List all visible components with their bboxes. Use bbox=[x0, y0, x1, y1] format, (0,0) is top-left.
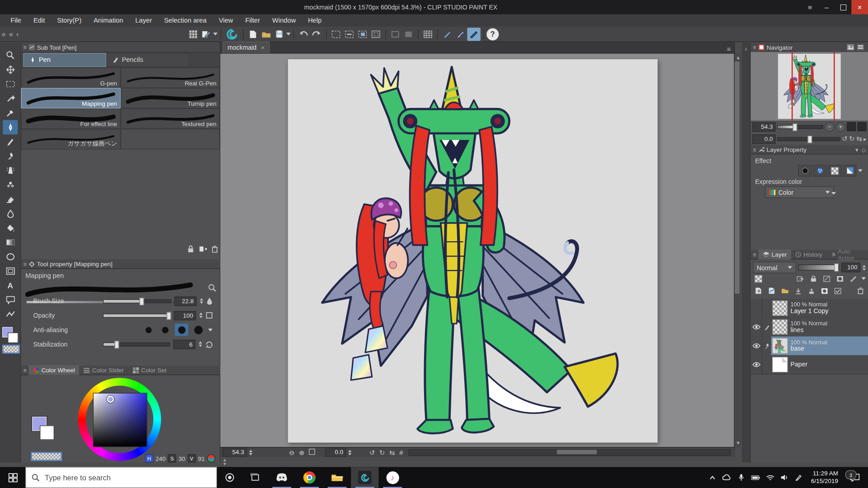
lock-icon[interactable] bbox=[187, 245, 194, 253]
panel-menu-icon[interactable]: ≡ bbox=[753, 44, 756, 50]
close-button[interactable]: × bbox=[851, 0, 868, 14]
canvas-settings-icon[interactable] bbox=[200, 28, 213, 41]
microphone-icon[interactable] bbox=[735, 467, 748, 488]
set-ruler-icon[interactable] bbox=[848, 274, 859, 283]
tool-property-header[interactable]: ≡ Tool property [Mapping pen] bbox=[21, 259, 221, 269]
layer-row[interactable]: 100 % Normallines bbox=[750, 318, 868, 337]
tab-color-set[interactable]: Color Set bbox=[128, 365, 171, 375]
subtool-item-gasagasa-pen[interactable]: ガサガサ線画ペン bbox=[21, 129, 121, 149]
tab-history[interactable]: History bbox=[791, 249, 827, 259]
canvas-viewport[interactable] bbox=[220, 54, 734, 447]
layer-color-effect-icon[interactable] bbox=[843, 165, 856, 177]
volume-icon[interactable] bbox=[778, 467, 791, 488]
pencil-tool-icon[interactable] bbox=[3, 135, 18, 149]
stabilization-value[interactable]: 6 bbox=[173, 339, 195, 349]
timeline-down-icon[interactable]: ▼ bbox=[222, 461, 227, 466]
panel-menu-icon[interactable]: ≡ bbox=[23, 261, 26, 267]
navigator-image-icon[interactable] bbox=[847, 44, 854, 50]
hidden-icons-chevron[interactable] bbox=[706, 467, 719, 488]
statusbar-rotation-spinner[interactable] bbox=[348, 448, 351, 457]
navigator-flip-icon[interactable]: ⇆ bbox=[856, 135, 862, 143]
new-subtool-icon[interactable] bbox=[199, 245, 207, 253]
brush-size-spinner[interactable] bbox=[200, 296, 203, 305]
save-icon[interactable] bbox=[273, 28, 286, 41]
invert-selection-icon[interactable] bbox=[356, 28, 369, 41]
new-file-icon[interactable] bbox=[246, 28, 259, 41]
taskbar-app-clip-studio[interactable] bbox=[351, 467, 378, 488]
anti-aliasing-middle[interactable] bbox=[175, 324, 188, 336]
navigator-zoom-slider[interactable] bbox=[777, 125, 823, 129]
preview-magnifier-icon[interactable] bbox=[208, 284, 216, 292]
subtool-item-mapping-pen[interactable]: Mapping pen bbox=[21, 88, 121, 108]
opacity-dynamics-icon[interactable] bbox=[206, 312, 213, 319]
menu-edit[interactable]: Edit bbox=[27, 15, 51, 26]
airbrush-tool-icon[interactable] bbox=[3, 163, 18, 178]
border-effect-icon[interactable] bbox=[798, 165, 811, 177]
expand-right-dock-icon[interactable]: › bbox=[742, 42, 750, 52]
effect-caret-icon[interactable] bbox=[858, 169, 863, 174]
canvas-page[interactable] bbox=[288, 59, 658, 443]
panel-menu-icon[interactable]: ≡ bbox=[753, 252, 756, 258]
layer-opacity-knob[interactable] bbox=[834, 263, 839, 272]
opacity-knob[interactable] bbox=[167, 312, 171, 319]
opacity-spinner[interactable] bbox=[199, 311, 203, 320]
snap-ruler-icon[interactable] bbox=[440, 28, 453, 41]
menu-filter[interactable]: Filter bbox=[239, 15, 266, 26]
navigator-fit-icon[interactable] bbox=[847, 122, 856, 131]
trash-icon[interactable] bbox=[212, 245, 218, 253]
rotate-left-icon[interactable]: ↺ bbox=[368, 448, 376, 456]
undo-icon[interactable] bbox=[297, 28, 310, 41]
blend-tool-icon[interactable] bbox=[3, 206, 18, 221]
menu-help[interactable]: Help bbox=[302, 15, 328, 26]
taskbar-app-music[interactable]: ♪ bbox=[379, 467, 406, 488]
navigator-rotate-left-icon[interactable]: ↺ bbox=[842, 135, 847, 143]
eye-icon[interactable] bbox=[752, 324, 760, 330]
pen-tool-icon[interactable] bbox=[3, 120, 18, 135]
document-tab-close-icon[interactable]: × bbox=[261, 44, 264, 51]
snap-special-ruler-icon[interactable] bbox=[454, 28, 467, 41]
opacity-slider[interactable] bbox=[103, 314, 170, 318]
rotate-right-icon[interactable]: ↻ bbox=[378, 448, 386, 456]
document-tab[interactable]: mockmaid × bbox=[222, 42, 269, 53]
vertical-scroll-thumb[interactable] bbox=[735, 61, 740, 294]
subtool-item-for-effect-line[interactable]: For effect line bbox=[21, 108, 121, 129]
layer-thumbnail[interactable] bbox=[772, 338, 788, 353]
fill-tool-icon[interactable] bbox=[3, 221, 18, 235]
menu-layer[interactable]: Layer bbox=[129, 15, 158, 26]
navigator-rotation-value[interactable]: 0.0 bbox=[752, 134, 775, 144]
pin-entry-icon[interactable] bbox=[795, 274, 805, 283]
layer-property-pin-icon[interactable]: ◇ bbox=[862, 146, 866, 152]
right-dock-collapse-strip[interactable]: › bbox=[742, 42, 751, 462]
saturation-value-square[interactable] bbox=[93, 393, 147, 447]
navigator-rotate-right-icon[interactable]: ↻ bbox=[849, 135, 854, 143]
new-folder-icon[interactable] bbox=[779, 286, 790, 296]
layer-row[interactable]: 100 % NormalLayer 1 Copy bbox=[750, 299, 868, 318]
layer-row[interactable]: 100 % Normalbase bbox=[750, 336, 868, 356]
redo-icon[interactable] bbox=[310, 28, 323, 41]
opacity-value[interactable]: 100 bbox=[174, 311, 196, 320]
start-button[interactable] bbox=[0, 467, 25, 488]
menu-view[interactable]: View bbox=[212, 15, 239, 26]
navigator-actual-size-icon[interactable] bbox=[858, 122, 867, 131]
navigator-rotation-knob[interactable] bbox=[807, 135, 812, 143]
action-center-button[interactable]: 3 bbox=[844, 473, 866, 482]
panel-menu-icon[interactable]: ≡ bbox=[753, 146, 756, 152]
transparent-color-swatch[interactable] bbox=[2, 345, 19, 354]
taskbar-app-discord[interactable] bbox=[268, 467, 296, 488]
navigator-rotation-slider[interactable] bbox=[777, 137, 840, 141]
anti-aliasing-weak[interactable] bbox=[158, 324, 171, 336]
layer-thumbnail[interactable] bbox=[772, 300, 788, 316]
subtool-item-turnip-pen[interactable]: Turnip pen bbox=[120, 88, 220, 108]
apply-mask-icon[interactable] bbox=[833, 286, 843, 296]
navigator-zoom-out-icon[interactable]: − bbox=[825, 122, 834, 131]
subtool-tab-pen[interactable]: Pen bbox=[23, 53, 106, 67]
horizontal-scrollbar[interactable] bbox=[409, 449, 731, 456]
lock-layer-icon[interactable] bbox=[808, 274, 819, 283]
statusbar-rotation-value[interactable]: 0.0 bbox=[325, 448, 346, 457]
layer-opacity-spinner[interactable] bbox=[863, 263, 866, 272]
subtool-item-gpen[interactable]: G-pen bbox=[21, 67, 121, 88]
sub-color-swatch[interactable] bbox=[8, 333, 18, 343]
crop-icon[interactable] bbox=[388, 28, 401, 41]
cortana-button[interactable] bbox=[217, 467, 242, 488]
flip-horizontal-icon[interactable]: ⇆ bbox=[388, 448, 396, 456]
